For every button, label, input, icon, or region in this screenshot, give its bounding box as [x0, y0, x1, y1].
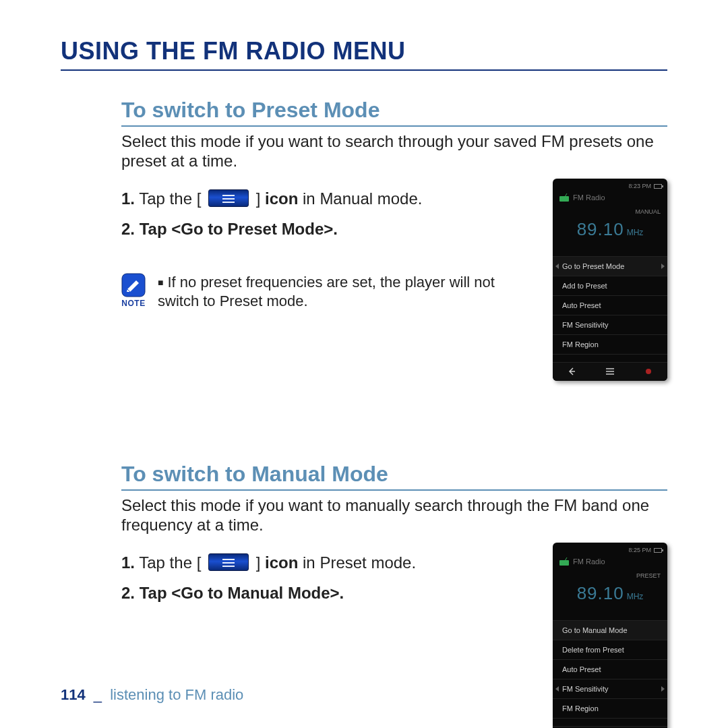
device-menu-item[interactable]: Auto Preset — [553, 659, 667, 679]
section-heading: To switch to Preset Mode — [121, 98, 667, 127]
bracket-close: ] — [251, 553, 260, 572]
device-screenshot: 8:25 PM FM Radio PRESET 89.10MHz Go to M… — [553, 543, 667, 728]
device-menu: Go to Preset Mode Add to Preset Auto Pre… — [553, 256, 667, 355]
svg-point-6 — [646, 369, 651, 374]
battery-icon — [654, 184, 662, 189]
device-menu-item-label: Auto Preset — [562, 665, 601, 673]
device-menu-item-label: FM Sensitivity — [562, 321, 608, 329]
step-number: 1. — [121, 189, 135, 208]
device-time: 8:25 PM — [628, 547, 651, 553]
back-icon — [567, 367, 576, 376]
device-header: FM Radio — [559, 193, 605, 202]
step-text-icon: icon — [260, 189, 298, 208]
svg-rect-7 — [559, 560, 569, 566]
menu-icon — [208, 553, 249, 571]
device-menu-item-label: FM Region — [562, 340, 599, 348]
device-freq-unit: MHz — [627, 228, 644, 237]
chapter-title: listening to FM radio — [110, 686, 243, 703]
device-freq: 89.10MHz — [553, 583, 667, 604]
step-text-icon: icon — [260, 553, 298, 572]
device-mode: PRESET — [636, 572, 661, 579]
step-text: Tap <Go to Preset Mode>. — [140, 220, 338, 238]
device-menu-item[interactable]: FM Region — [553, 698, 667, 719]
radio-icon — [559, 557, 569, 566]
device-freq-num: 89.10 — [577, 219, 624, 239]
step-text-post: in Manual mode. — [298, 189, 422, 208]
step-number: 2. — [121, 584, 135, 602]
device-menu-item-label: FM Region — [562, 704, 599, 712]
bullet-icon: ■ — [158, 277, 163, 288]
device-mode: MANUAL — [635, 208, 661, 215]
device-menu: Go to Manual Mode Delete from Preset Aut… — [553, 620, 667, 719]
device-freq: 89.10MHz — [553, 219, 667, 240]
note-label: NOTE — [121, 299, 145, 308]
section-preset-mode: To switch to Preset Mode Select this mod… — [121, 98, 667, 313]
device-statusbar: 8:23 PM — [628, 183, 662, 189]
device-menu-item-label: Auto Preset — [562, 301, 601, 309]
note-icon — [121, 273, 146, 297]
page-number: 114 — [61, 686, 86, 703]
record-icon — [645, 368, 652, 375]
device-menu-item[interactable]: FM Sensitivity — [553, 679, 667, 698]
device-back-button[interactable] — [558, 367, 585, 377]
note-text: ■If no preset frequencies are set, the p… — [158, 273, 512, 311]
device-menu-item[interactable]: Auto Preset — [553, 295, 667, 315]
section-desc: Select this mode if you want to manually… — [121, 496, 654, 535]
bracket-open: [ — [197, 553, 206, 572]
device-header: FM Radio — [559, 557, 605, 566]
device-menu-item-label: Delete from Preset — [562, 646, 624, 654]
menu-icon — [605, 367, 615, 375]
bracket-close: ] — [251, 189, 260, 208]
step-text-post: in Preset mode. — [298, 553, 416, 572]
device-app-title: FM Radio — [573, 557, 605, 566]
step-text-pre: Tap the — [139, 553, 196, 572]
device-freq-unit: MHz — [627, 592, 644, 601]
battery-icon — [654, 548, 662, 553]
note-badge: NOTE — [121, 273, 146, 308]
device-menu-button[interactable] — [597, 367, 624, 377]
note-block: NOTE ■If no preset frequencies are set, … — [121, 273, 512, 311]
footer-sep: _ — [94, 686, 102, 703]
menu-icon — [208, 189, 249, 207]
step-text-pre: Tap the — [139, 189, 196, 208]
device-menu-item[interactable]: FM Sensitivity — [553, 315, 667, 334]
page-title: USING THE FM RADIO MENU — [61, 37, 667, 71]
device-app-title: FM Radio — [573, 193, 605, 202]
device-menu-item[interactable]: FM Region — [553, 334, 667, 355]
device-menu-item-label: Add to Preset — [562, 282, 607, 290]
device-menu-item[interactable]: Add to Preset — [553, 276, 667, 295]
device-menu-item-label: FM Sensitivity — [562, 685, 608, 693]
device-menu-item[interactable]: Delete from Preset — [553, 640, 667, 659]
device-screenshot: 8:23 PM FM Radio MANUAL 89.10MHz Go to P… — [553, 179, 667, 381]
section-heading: To switch to Manual Mode — [121, 462, 667, 491]
page-footer: 114 _ listening to FM radio — [61, 686, 243, 704]
device-menu-item[interactable]: Go to Manual Mode — [553, 620, 667, 640]
device-menu-item[interactable]: Go to Preset Mode — [553, 256, 667, 276]
device-time: 8:23 PM — [628, 183, 651, 189]
device-statusbar: 8:25 PM — [628, 547, 662, 553]
bracket-open: [ — [197, 189, 206, 208]
device-freq-num: 89.10 — [577, 583, 624, 603]
step-number: 1. — [121, 553, 135, 572]
device-bottom-bar — [553, 362, 667, 381]
step-number: 2. — [121, 220, 135, 238]
section-desc: Select this mode if you want to search t… — [121, 132, 654, 171]
device-menu-item-label: Go to Manual Mode — [562, 626, 628, 634]
section-manual-mode: To switch to Manual Mode Select this mod… — [121, 462, 667, 677]
svg-rect-1 — [559, 196, 569, 202]
device-menu-item-label: Go to Preset Mode — [562, 262, 624, 270]
note-text-content: If no preset frequencies are set, the pl… — [158, 274, 495, 310]
radio-icon — [559, 193, 569, 202]
device-record-button[interactable] — [635, 368, 662, 376]
page: USING THE FM RADIO MENU To switch to Pre… — [61, 37, 667, 677]
step-text: Tap <Go to Manual Mode>. — [140, 584, 344, 602]
